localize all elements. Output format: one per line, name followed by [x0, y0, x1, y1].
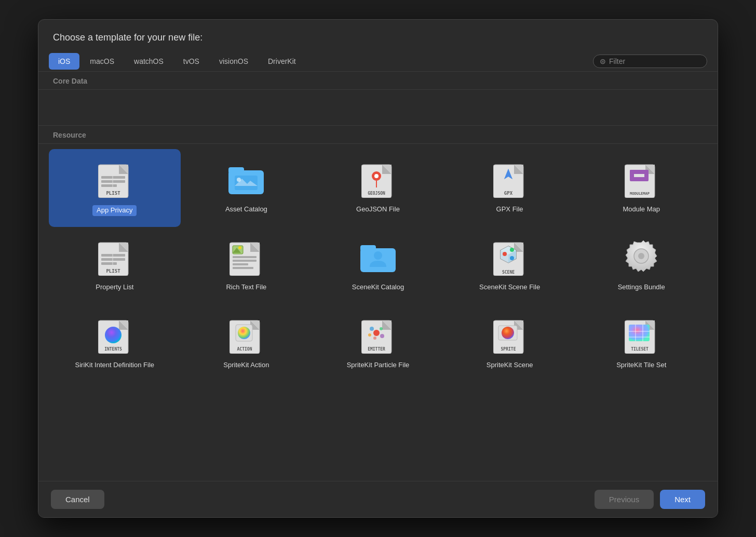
bottom-bar: Cancel Previous Next: [38, 481, 718, 517]
item-icon-asset-catalog: [225, 158, 267, 200]
svg-rect-99: [629, 325, 650, 341]
svg-text:GEOJSON: GEOJSON: [368, 191, 385, 196]
svg-rect-51: [233, 263, 248, 265]
item-label-richtext: Rich Text File: [226, 283, 266, 292]
item-asset-catalog[interactable]: Asset Catalog: [181, 149, 313, 227]
section-header-resource: Resource: [38, 125, 718, 144]
item-label-scenekit-catalog: SceneKit Catalog: [352, 283, 404, 292]
item-icon-scenekit-catalog: [357, 236, 399, 278]
svg-point-65: [510, 256, 514, 260]
tab-watchos[interactable]: watchOS: [125, 53, 173, 70]
item-spritekit-action[interactable]: ACTION SpriteKit Action: [181, 305, 313, 383]
core-data-items: [38, 90, 718, 121]
item-gpx-file[interactable]: GPX GPX File: [444, 149, 576, 227]
svg-point-94: [502, 327, 514, 339]
item-label-app-privacy: App Privacy: [92, 205, 137, 216]
svg-rect-5: [101, 184, 117, 187]
item-sirikit-intent[interactable]: INTENTS SiriKit Intent Definition File: [49, 305, 181, 383]
svg-point-48: [238, 246, 241, 249]
svg-rect-3: [101, 176, 125, 179]
tab-macos[interactable]: macOS: [80, 53, 124, 70]
svg-point-86: [368, 333, 371, 337]
svg-rect-54: [360, 245, 376, 251]
svg-point-64: [510, 248, 514, 252]
item-icon-sirikit: INTENTS: [94, 314, 136, 356]
item-spritekit-particle[interactable]: EMITTER SpriteKit Particle File: [312, 305, 444, 383]
item-icon-richtext: [225, 236, 267, 278]
tab-list: iOS macOS watchOS tvOS visionOS DriverKi…: [49, 53, 593, 70]
dialog: Choose a template for your new file: iOS…: [38, 19, 718, 518]
svg-text:SPRITE: SPRITE: [501, 347, 516, 352]
item-label-property-list: Property List: [96, 283, 133, 292]
item-icon-modulemap: MODULEMAP: [620, 158, 662, 200]
svg-point-88: [373, 337, 376, 340]
item-label-modulemap: Module Map: [623, 205, 660, 214]
svg-rect-37: [101, 254, 125, 257]
svg-rect-4: [101, 180, 125, 183]
cancel-button[interactable]: Cancel: [51, 490, 104, 509]
svg-point-85: [380, 327, 383, 330]
item-label-spritekit-action: SpriteKit Action: [223, 361, 269, 370]
nav-buttons: Previous Next: [595, 490, 705, 509]
tab-bar: iOS macOS watchOS tvOS visionOS DriverKi…: [38, 51, 718, 72]
item-label-spritekit-particle: SpriteKit Particle File: [347, 361, 410, 370]
svg-point-68: [638, 253, 644, 259]
resource-grid: PLIST App Privacy: [38, 144, 718, 388]
item-rich-text-file[interactable]: Rich Text File: [181, 227, 313, 305]
item-app-privacy[interactable]: PLIST App Privacy: [49, 149, 181, 227]
item-icon-scenekit-scene: SCENE: [489, 236, 531, 278]
svg-point-83: [373, 330, 380, 336]
svg-point-17: [374, 174, 379, 178]
svg-point-55: [374, 251, 382, 260]
tab-visionos[interactable]: visionOS: [210, 53, 258, 70]
svg-text:INTENTS: INTENTS: [104, 347, 122, 352]
svg-point-63: [503, 252, 507, 256]
item-geojson-file[interactable]: GEOJSON GeoJSON File: [312, 149, 444, 227]
filter-input[interactable]: [609, 57, 700, 65]
item-icon-gpx: GPX: [489, 158, 531, 200]
tab-ios[interactable]: iOS: [49, 53, 79, 70]
item-label-settings-bundle: Settings Bundle: [618, 283, 665, 292]
dialog-title: Choose a template for your new file:: [38, 20, 718, 51]
item-property-list[interactable]: PLIST Property List: [49, 227, 181, 305]
svg-text:GPX: GPX: [504, 191, 512, 196]
item-label-sirikit: SiriKit Intent Definition File: [75, 361, 154, 370]
svg-rect-50: [233, 260, 256, 262]
previous-button[interactable]: Previous: [595, 490, 654, 509]
tab-tvos[interactable]: tvOS: [174, 53, 209, 70]
item-icon-spritekit-scene: SPRITE: [489, 314, 531, 356]
svg-rect-39: [101, 262, 117, 265]
item-label-asset-catalog: Asset Catalog: [225, 205, 267, 214]
item-label-geojson: GeoJSON File: [356, 205, 400, 214]
svg-rect-9: [228, 167, 244, 173]
tab-driverkit[interactable]: DriverKit: [259, 53, 305, 70]
item-icon-spritekit-tileset: TILESET: [620, 314, 662, 356]
item-icon-plist2: PLIST: [94, 236, 136, 278]
next-button[interactable]: Next: [660, 490, 705, 509]
filter-icon: ⊜: [600, 57, 606, 65]
item-label-spritekit-scene: SpriteKit Scene: [487, 361, 533, 370]
svg-rect-52: [233, 267, 253, 269]
item-spritekit-tileset[interactable]: TILESET SpriteKit Tile Set: [575, 305, 707, 383]
item-icon-spritekit-particle: EMITTER: [357, 314, 399, 356]
svg-text:SCENE: SCENE: [502, 270, 515, 275]
svg-point-78: [238, 327, 250, 339]
svg-point-84: [370, 327, 374, 331]
item-scenekit-scene[interactable]: SCENE SceneKit Scene File: [444, 227, 576, 305]
svg-text:PLIST: PLIST: [106, 191, 120, 196]
svg-text:ACTION: ACTION: [237, 347, 252, 352]
item-icon-settings: [620, 236, 662, 278]
item-module-map[interactable]: MODULEMAP Module Map: [575, 149, 707, 227]
item-label-gpx: GPX File: [496, 205, 523, 214]
item-icon-app-privacy: PLIST: [94, 158, 136, 200]
item-icon-spritekit-action: ACTION: [225, 314, 267, 356]
item-spritekit-scene[interactable]: SPRITE SpriteKit Scene: [444, 305, 576, 383]
item-scenekit-catalog[interactable]: SceneKit Catalog: [312, 227, 444, 305]
filter-box[interactable]: ⊜: [593, 55, 707, 68]
svg-text:MODULEMAP: MODULEMAP: [630, 192, 650, 196]
svg-text:TILESET: TILESET: [631, 347, 649, 352]
content-area: Core Data Resource: [38, 72, 718, 481]
item-settings-bundle[interactable]: Settings Bundle: [575, 227, 707, 305]
svg-rect-32: [630, 177, 649, 181]
item-label-scenekit-scene: SceneKit Scene File: [479, 283, 540, 292]
